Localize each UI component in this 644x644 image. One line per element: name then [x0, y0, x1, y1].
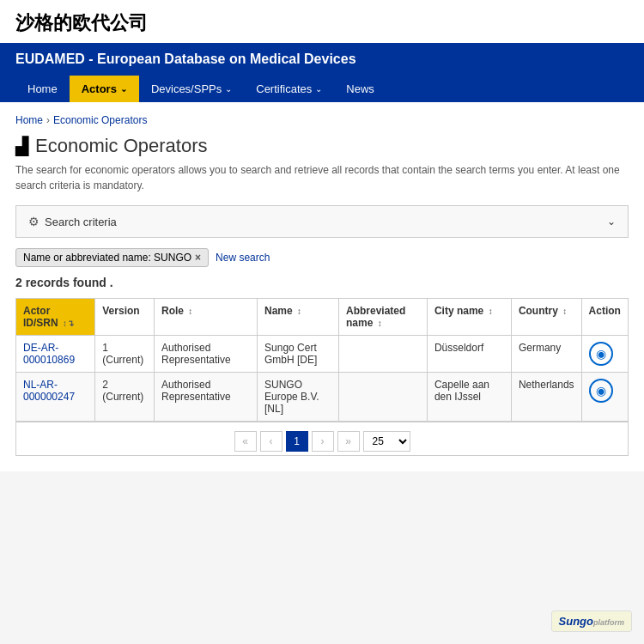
nav-certificates[interactable]: Certificates ⌄: [244, 76, 334, 102]
pagination-prev[interactable]: ‹: [260, 431, 283, 452]
filter-tag-label: Name or abbreviated name: SUNGO: [23, 252, 191, 264]
nav-actors[interactable]: Actors ⌄: [70, 76, 139, 102]
cell-action: ◉: [581, 373, 628, 422]
pagination-first[interactable]: «: [234, 431, 257, 452]
sort-name-icon[interactable]: ↕: [297, 307, 301, 316]
col-name: Name ↕: [258, 299, 339, 336]
nav-home[interactable]: Home: [15, 76, 70, 102]
cell-name: Sungo Cert GmbH [DE]: [258, 336, 339, 373]
main-nav: Home Actors ⌄ Devices/SPPs ⌄ Certificate…: [15, 76, 629, 102]
cell-city: Capelle aan den IJssel: [427, 373, 511, 422]
operators-icon: ▟: [15, 136, 28, 156]
nav-news[interactable]: News: [334, 76, 386, 102]
filter-icon: ⚙: [28, 215, 39, 228]
page-description: The search for economic operators allows…: [15, 162, 629, 193]
sort-country-icon[interactable]: ↕: [562, 307, 567, 316]
pagination: « ‹ 1 › » 25 50 100: [16, 422, 628, 455]
sort-abbr-icon[interactable]: ↕: [378, 319, 382, 328]
cell-role: Authorised Representative: [154, 336, 257, 373]
page-title: Economic Operators: [35, 135, 208, 157]
cell-abbr: [339, 336, 428, 373]
cell-version: 1 (Current): [95, 336, 155, 373]
view-action-button[interactable]: ◉: [589, 342, 613, 366]
page-heading: ▟ Economic Operators: [15, 135, 629, 157]
top-title: 沙格的欧代公司: [0, 0, 644, 43]
col-action: Action: [581, 299, 628, 336]
pagination-last[interactable]: »: [337, 431, 360, 452]
sort-actor-id-icon[interactable]: ↕↴: [63, 319, 74, 328]
cell-name: SUNGO Europe B.V. [NL]: [258, 373, 339, 422]
sort-city-icon[interactable]: ↕: [489, 307, 493, 316]
col-country: Country ↕: [511, 299, 581, 336]
devices-chevron-icon: ⌄: [225, 84, 232, 94]
pagination-next[interactable]: ›: [312, 431, 334, 452]
new-search-link[interactable]: New search: [216, 252, 270, 264]
col-role: Role ↕: [154, 299, 257, 336]
cell-role: Authorised Representative: [154, 373, 257, 422]
cell-version: 2 (Current): [95, 373, 155, 422]
cell-abbr: [339, 373, 428, 422]
breadcrumb: Home › Economic Operators: [15, 114, 629, 126]
content-area: Home › Economic Operators ▟ Economic Ope…: [0, 102, 644, 471]
records-count: 2 records found .: [15, 276, 629, 289]
results-table: Actor ID/SRN ↕↴ Version Role ↕ Name ↕ Ab…: [15, 298, 629, 422]
breadcrumb-separator: ›: [46, 114, 50, 126]
cell-actor-id: DE-AR-000010869: [16, 336, 95, 373]
site-title: EUDAMED - European Database on Medical D…: [15, 52, 629, 76]
sungo-logo-text: Sungo: [559, 615, 593, 628]
table-header-row: Actor ID/SRN ↕↴ Version Role ↕ Name ↕ Ab…: [16, 299, 629, 336]
actors-chevron-icon: ⌄: [120, 84, 127, 94]
col-version: Version: [95, 299, 155, 336]
cell-country: Germany: [511, 336, 581, 373]
header-bar: EUDAMED - European Database on Medical D…: [0, 43, 644, 102]
cell-actor-id: NL-AR-000000247: [16, 373, 95, 422]
cell-city: Düsseldorf: [427, 336, 511, 373]
col-city: City name ↕: [427, 299, 511, 336]
sort-role-icon[interactable]: ↕: [188, 307, 192, 316]
filter-tag-name: Name or abbreviated name: SUNGO ×: [15, 248, 209, 267]
search-criteria-chevron-icon: ⌄: [607, 216, 616, 228]
col-abbreviated-name: Abbreviated name ↕: [339, 299, 428, 336]
cell-action: ◉: [581, 336, 628, 373]
search-criteria-label: Search criteria: [45, 216, 117, 228]
cell-country: Netherlands: [511, 373, 581, 422]
filter-tag-remove[interactable]: ×: [195, 252, 201, 264]
filter-tags-row: Name or abbreviated name: SUNGO × New se…: [15, 248, 629, 267]
table-row: NL-AR-000000247 2 (Current) Authorised R…: [16, 373, 629, 422]
pagination-page-1[interactable]: 1: [286, 431, 308, 452]
pagination-container: « ‹ 1 › » 25 50 100: [15, 422, 629, 456]
col-actor-id: Actor ID/SRN ↕↴: [16, 299, 95, 336]
nav-devices[interactable]: Devices/SPPs ⌄: [139, 76, 244, 102]
sungo-logo: Sungoplatform: [551, 611, 632, 632]
view-action-button[interactable]: ◉: [589, 379, 613, 403]
breadcrumb-home[interactable]: Home: [15, 114, 43, 126]
certificates-chevron-icon: ⌄: [315, 84, 322, 94]
table-row: DE-AR-000010869 1 (Current) Authorised R…: [16, 336, 629, 373]
search-criteria-toggle[interactable]: ⚙ Search criteria ⌄: [15, 205, 629, 238]
sungo-logo-suffix: platform: [593, 618, 624, 627]
per-page-select[interactable]: 25 50 100: [363, 431, 410, 452]
breadcrumb-current: Economic Operators: [53, 114, 147, 126]
